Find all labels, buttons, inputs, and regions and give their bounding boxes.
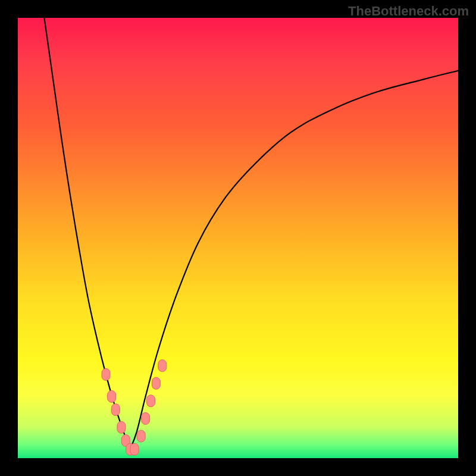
chart-svg — [18, 18, 458, 458]
left-curve — [44, 18, 130, 449]
marker-point — [137, 430, 145, 442]
marker-point — [146, 395, 155, 407]
marker-point — [130, 443, 139, 455]
marker-point — [117, 421, 126, 433]
plot-area — [18, 18, 458, 458]
marker-point — [158, 360, 167, 372]
outer-frame: TheBottleneck.com — [0, 0, 476, 476]
marker-point — [111, 404, 120, 416]
marker-point — [152, 377, 160, 389]
marker-point — [108, 390, 116, 402]
right-curve — [130, 71, 458, 449]
marker-point — [142, 412, 150, 424]
marker-point — [102, 368, 110, 380]
watermark-text: TheBottleneck.com — [348, 4, 469, 19]
